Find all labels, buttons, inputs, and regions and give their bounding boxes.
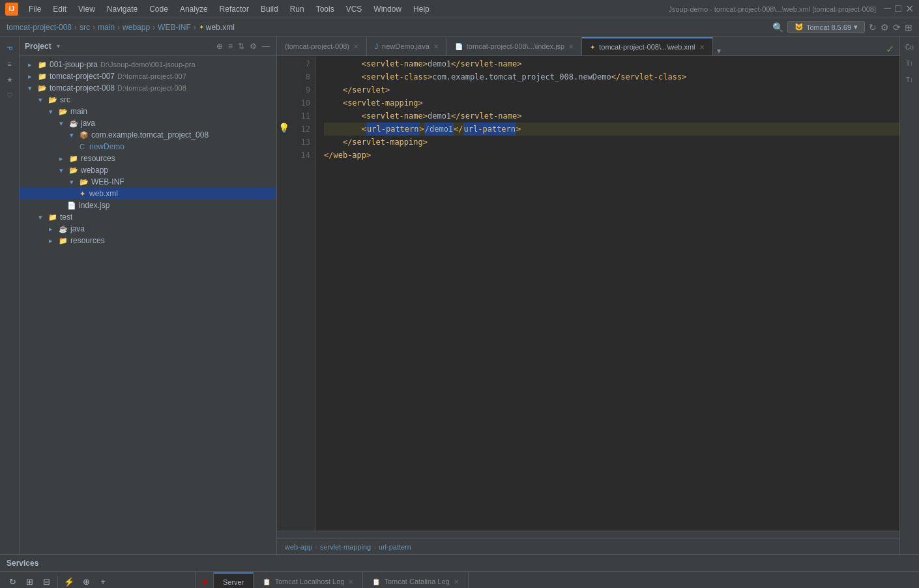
frame-icon[interactable]: ⊞ xyxy=(905,22,912,33)
tree-item[interactable]: ▾ 📂 webapp xyxy=(20,164,276,176)
menu-view[interactable]: View xyxy=(73,3,100,15)
tree-path: D:\Jsoup-demo\001-jsoup-pra xyxy=(100,61,196,68)
tab-overflow-button[interactable]: ▾ xyxy=(713,46,725,55)
path-webinf[interactable]: WEB-INF xyxy=(158,23,191,32)
code-line-10: <servlet-mapping> xyxy=(324,96,899,110)
left-sidebar-strip: P ≡ ★ ♡ xyxy=(0,37,20,554)
tab-indexjsp[interactable]: 📄 tomcat-project-008\...\index.jsp ✕ xyxy=(447,37,582,55)
menu-code[interactable]: Code xyxy=(144,3,173,15)
tab-close-icon[interactable]: ✕ xyxy=(353,43,358,50)
menu-help[interactable]: Help xyxy=(408,3,435,15)
tree-item[interactable]: ▾ 📂 main xyxy=(20,106,276,117)
favorites-icon[interactable]: ♡ xyxy=(3,89,16,102)
stop-icon[interactable]: ■ xyxy=(198,576,211,588)
filter-icon[interactable]: ⚡ xyxy=(62,575,76,589)
refresh-icon[interactable]: ↻ xyxy=(869,22,877,33)
editor-gutter: 💡 xyxy=(277,56,290,531)
menu-run[interactable]: Run xyxy=(285,3,310,15)
tree-label: test xyxy=(60,213,72,222)
java-src-icon: ☕ xyxy=(68,118,79,128)
breadcrumb-url-pattern[interactable]: url-pattern xyxy=(379,543,411,551)
menu-build[interactable]: Build xyxy=(255,3,284,15)
tree-item[interactable]: ▸ 📁 resources xyxy=(20,153,276,164)
svc-tab-server[interactable]: Server xyxy=(214,572,254,588)
structure-icon[interactable]: ≡ xyxy=(3,57,16,70)
minimize-icon[interactable]: — xyxy=(261,40,271,52)
path-webxml[interactable]: web.xml xyxy=(206,23,235,32)
svc-tab-catalina-log[interactable]: 📋 Tomcat Catalina Log ✕ xyxy=(363,572,468,588)
gutter-line xyxy=(277,95,290,108)
menu-analyze[interactable]: Analyze xyxy=(175,3,213,15)
bookmarks-icon[interactable]: ★ xyxy=(3,73,16,86)
settings-icon[interactable]: ⚙ xyxy=(248,40,258,52)
locate-icon[interactable]: ⊕ xyxy=(215,40,224,52)
breadcrumb-webapp[interactable]: web-app xyxy=(285,543,312,551)
menu-edit[interactable]: Edit xyxy=(48,3,72,15)
tab-newdemo[interactable]: J newDemo.java ✕ xyxy=(367,37,447,55)
tree-item-webxml[interactable]: ✦ web.xml xyxy=(20,188,276,199)
right-icon-2[interactable]: T↑ xyxy=(904,58,915,69)
sort-icon[interactable]: ⇅ xyxy=(237,40,246,52)
path-project[interactable]: tomcat-project-008 xyxy=(7,23,72,32)
minimize-btn[interactable]: ─ xyxy=(884,3,891,15)
menu-vcs[interactable]: VCS xyxy=(341,3,368,15)
path-src[interactable]: src xyxy=(80,23,90,32)
tree-item[interactable]: ▾ 📂 WEB-INF xyxy=(20,176,276,188)
tree-label: 001-jsoup-pra xyxy=(50,60,98,69)
path-webapp[interactable]: webapp xyxy=(123,23,150,32)
project-icon[interactable]: P xyxy=(3,42,16,55)
tree-item[interactable]: ▸ 📁 tomcat-project-007 D:\tomcat-project… xyxy=(20,70,276,82)
breadcrumb-servlet-mapping[interactable]: servlet-mapping xyxy=(320,543,371,551)
tree-item[interactable]: ▾ 📂 src xyxy=(20,94,276,106)
tree-item[interactable]: ▾ 📁 test xyxy=(20,211,276,223)
menu-file[interactable]: File xyxy=(23,3,46,15)
expand-icon: ▸ xyxy=(46,235,56,246)
tab-close-icon[interactable]: ✕ xyxy=(348,578,353,585)
tab-close-icon[interactable]: ✕ xyxy=(433,43,439,50)
menu-navigate[interactable]: Navigate xyxy=(102,3,143,15)
expand-icon: ▸ xyxy=(56,153,66,164)
services-body: ↻ ⊞ ⊟ ⚡ ⊕ + ▾ 🖥 Tomcat Server xyxy=(0,572,919,588)
svc-tab-localhost-log[interactable]: 📋 Tomcat Localhost Log ✕ xyxy=(254,572,363,588)
expand-all-icon[interactable]: ⊟ xyxy=(39,575,53,589)
tab-webxml[interactable]: ✦ tomcat-project-008\...\web.xml ✕ xyxy=(582,37,712,55)
path-main[interactable]: main xyxy=(98,23,115,32)
project-panel-title: Project xyxy=(25,42,51,51)
code-editor[interactable]: 💡 7 8 9 10 11 12 13 14 xyxy=(277,56,899,531)
horizontal-scrollbar[interactable] xyxy=(277,531,899,538)
java-src-icon: ☕ xyxy=(58,224,68,234)
tree-item[interactable]: 📄 index.jsp xyxy=(20,199,276,211)
settings-icon[interactable]: ⚙ xyxy=(881,22,889,33)
tab-close-icon[interactable]: ✕ xyxy=(568,43,574,50)
tab-close-icon[interactable]: ✕ xyxy=(454,578,459,585)
refresh-services-icon[interactable]: ↻ xyxy=(5,575,20,589)
more-icon[interactable]: + xyxy=(96,575,110,589)
code-line-8: <servlet-class>com.example.tomcat_projec… xyxy=(324,70,899,83)
tree-item[interactable]: C newDemo xyxy=(20,141,276,153)
menu-window[interactable]: Window xyxy=(368,3,407,15)
search-icon[interactable]: 🔍 xyxy=(772,22,783,33)
menu-refactor[interactable]: Refactor xyxy=(214,3,254,15)
collapse-icon[interactable]: ≡ xyxy=(227,40,234,52)
tomcat-run-button[interactable]: 🐱 Tomcat 8.5.69 ▾ xyxy=(787,21,865,33)
maximize-btn[interactable]: □ xyxy=(895,3,901,15)
close-btn[interactable]: ✕ xyxy=(905,3,914,15)
menu-tools[interactable]: Tools xyxy=(311,3,340,15)
dropdown-icon[interactable]: ▾ xyxy=(57,42,60,50)
add-icon[interactable]: ⊕ xyxy=(79,575,93,589)
code-content[interactable]: <servlet-name>demo1</servlet-name> <serv… xyxy=(316,56,899,531)
collapse-all-icon[interactable]: ⊞ xyxy=(22,575,36,589)
webapp-folder-icon: 📂 xyxy=(68,165,79,175)
tree-item[interactable]: ▾ ☕ java xyxy=(20,117,276,129)
tab-tomcat-project[interactable]: (tomcat-project-008) ✕ xyxy=(277,37,367,55)
right-icon-3[interactable]: T↓ xyxy=(904,74,915,85)
tree-item[interactable]: ▸ 📁 resources xyxy=(20,235,276,246)
tab-close-icon[interactable]: ✕ xyxy=(699,44,705,51)
tree-item[interactable]: ▸ ☕ java xyxy=(20,223,276,235)
tree-item[interactable]: ▸ 📁 001-jsoup-pra D:\Jsoup-demo\001-jsou… xyxy=(20,59,276,70)
tree-label: tomcat-project-007 xyxy=(50,72,115,81)
right-icon-1[interactable]: Co xyxy=(903,42,916,53)
tree-item[interactable]: ▾ 📂 tomcat-project-008 D:\tomcat-project… xyxy=(20,82,276,94)
update-icon[interactable]: ⟳ xyxy=(893,22,901,33)
tree-item[interactable]: ▾ 📦 com.example.tomcat_project_008 xyxy=(20,129,276,141)
